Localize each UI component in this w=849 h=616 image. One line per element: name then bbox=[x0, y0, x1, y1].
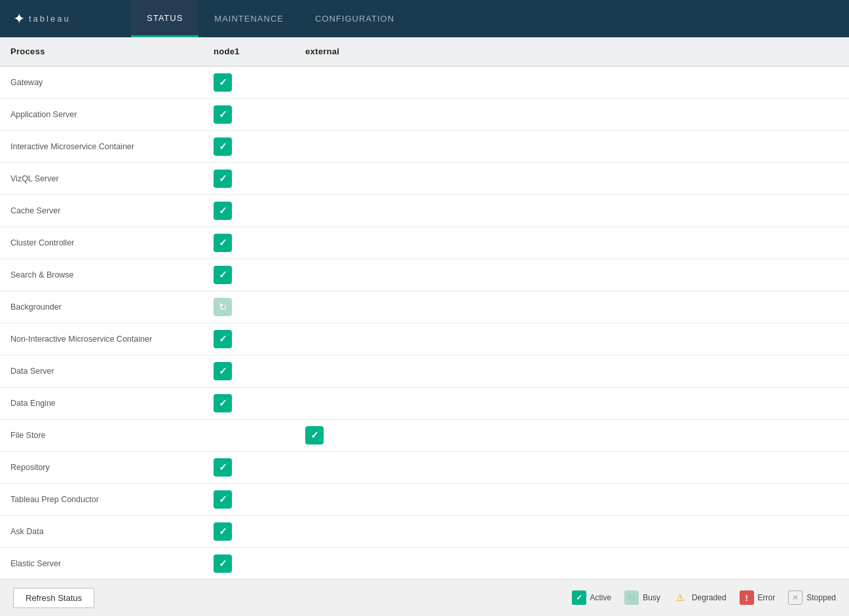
check-icon bbox=[219, 462, 227, 473]
table-row: Data Engine bbox=[0, 388, 849, 420]
external-status bbox=[295, 548, 849, 579]
node1-status: ↻ bbox=[203, 291, 295, 323]
col-external: external bbox=[295, 37, 849, 66]
legend-degraded: Degraded bbox=[673, 590, 726, 605]
main-nav: STATUS MAINTENANCE CONFIGURATION bbox=[131, 0, 410, 37]
busy-badge: ↻ bbox=[214, 298, 232, 316]
table-row: Elastic Server bbox=[0, 548, 849, 579]
active-badge bbox=[214, 73, 232, 92]
external-status bbox=[295, 131, 849, 163]
check-icon bbox=[219, 141, 227, 153]
active-badge bbox=[214, 202, 232, 220]
check-icon bbox=[311, 429, 319, 441]
active-badge bbox=[214, 266, 232, 284]
active-badge bbox=[214, 105, 232, 124]
legend-degraded-badge bbox=[673, 590, 688, 605]
legend: Active Busy Degraded Error Stopped bbox=[572, 590, 836, 605]
node1-status bbox=[203, 484, 295, 516]
check-icon bbox=[219, 109, 227, 120]
external-status bbox=[295, 66, 849, 99]
table-row: Repository bbox=[0, 452, 849, 484]
check-icon bbox=[219, 269, 227, 281]
legend-error-badge bbox=[740, 590, 754, 605]
node1-status bbox=[203, 163, 295, 195]
node1-status bbox=[203, 99, 295, 131]
external-status bbox=[295, 323, 849, 355]
external-status bbox=[295, 195, 849, 227]
tab-maintenance[interactable]: MAINTENANCE bbox=[198, 0, 299, 37]
busy-icon: ↻ bbox=[219, 301, 227, 313]
process-name: Tableau Prep Conductor bbox=[0, 484, 203, 516]
node1-status bbox=[203, 420, 295, 452]
check-icon bbox=[219, 205, 227, 217]
check-icon bbox=[219, 558, 227, 570]
check-icon bbox=[219, 173, 227, 185]
table-row: File Store bbox=[0, 420, 849, 452]
refresh-status-button[interactable]: Refresh Status bbox=[13, 588, 94, 608]
node1-status bbox=[203, 516, 295, 548]
external-status bbox=[295, 291, 849, 323]
col-process: Process bbox=[0, 37, 203, 66]
table-row: Tableau Prep Conductor bbox=[0, 484, 849, 516]
table-row: VizQL Server bbox=[0, 163, 849, 195]
app-footer: Refresh Status Active Busy Degraded Erro… bbox=[0, 579, 849, 616]
check-icon bbox=[219, 397, 227, 409]
active-badge bbox=[214, 362, 232, 380]
legend-stopped-badge bbox=[788, 590, 802, 605]
external-status bbox=[295, 355, 849, 388]
process-name: Cache Server bbox=[0, 195, 203, 227]
check-icon bbox=[219, 77, 227, 88]
process-name: Interactive Microservice Container bbox=[0, 131, 203, 163]
table-row: Backgrounder↻ bbox=[0, 291, 849, 323]
node1-status bbox=[203, 131, 295, 163]
legend-active-check-icon bbox=[576, 593, 582, 602]
main-content: Process node1 external GatewayApplicatio… bbox=[0, 37, 849, 579]
active-badge bbox=[305, 426, 324, 444]
legend-error-icon bbox=[745, 593, 747, 603]
legend-busy: Busy bbox=[624, 590, 660, 605]
tab-configuration[interactable]: CONFIGURATION bbox=[299, 0, 410, 37]
check-icon bbox=[219, 365, 227, 377]
process-name: Elastic Server bbox=[0, 548, 203, 579]
check-icon bbox=[219, 333, 227, 345]
process-name: Cluster Controller bbox=[0, 227, 203, 259]
process-name: Search & Browse bbox=[0, 259, 203, 291]
table-row: Non-Interactive Microservice Container bbox=[0, 323, 849, 355]
node1-status bbox=[203, 227, 295, 259]
tableau-logo-icon: ✦ bbox=[13, 10, 24, 27]
node1-status bbox=[203, 388, 295, 420]
node1-status bbox=[203, 259, 295, 291]
process-name: Application Server bbox=[0, 99, 203, 131]
table-row: Data Server bbox=[0, 355, 849, 388]
external-status bbox=[295, 163, 849, 195]
node1-status bbox=[203, 323, 295, 355]
legend-active-label: Active bbox=[590, 593, 612, 602]
node1-status bbox=[203, 195, 295, 227]
legend-active: Active bbox=[572, 590, 612, 605]
external-status bbox=[295, 388, 849, 420]
active-badge bbox=[214, 330, 232, 348]
active-badge bbox=[214, 137, 232, 156]
col-node1: node1 bbox=[203, 37, 295, 66]
external-status bbox=[295, 484, 849, 516]
legend-stopped: Stopped bbox=[788, 590, 836, 605]
tab-status[interactable]: STATUS bbox=[131, 0, 198, 37]
process-name: Repository bbox=[0, 452, 203, 484]
node1-status bbox=[203, 452, 295, 484]
status-table: Process node1 external GatewayApplicatio… bbox=[0, 37, 849, 579]
logo-area: ✦ tableau bbox=[0, 10, 131, 27]
external-status bbox=[295, 99, 849, 131]
external-status bbox=[295, 227, 849, 259]
legend-degraded-label: Degraded bbox=[692, 593, 726, 602]
external-status bbox=[295, 259, 849, 291]
legend-busy-badge bbox=[624, 590, 639, 605]
node1-status bbox=[203, 66, 295, 99]
active-badge bbox=[214, 554, 232, 573]
node1-status bbox=[203, 355, 295, 388]
table-header-row: Process node1 external bbox=[0, 37, 849, 66]
legend-busy-label: Busy bbox=[643, 593, 660, 602]
process-name: VizQL Server bbox=[0, 163, 203, 195]
table-row: Search & Browse bbox=[0, 259, 849, 291]
table-row: Cache Server bbox=[0, 195, 849, 227]
process-name: Non-Interactive Microservice Container bbox=[0, 323, 203, 355]
